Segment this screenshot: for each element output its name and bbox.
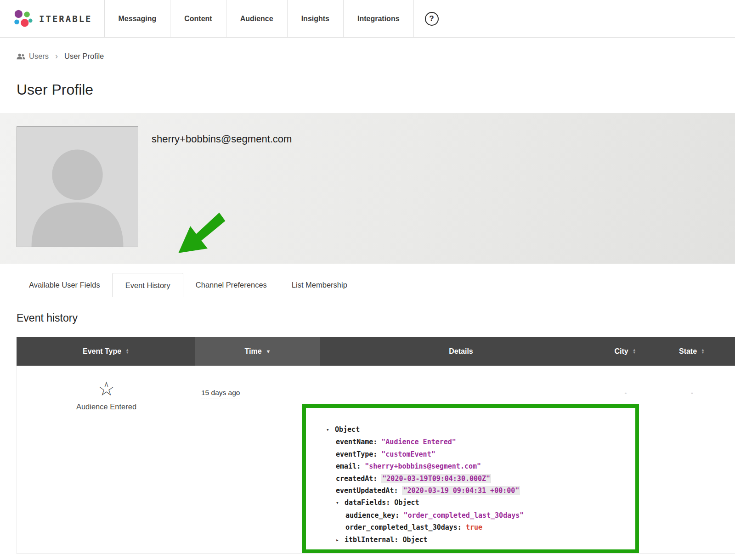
collapse-icon[interactable]: ▾: [326, 424, 335, 436]
tab-list-membership[interactable]: List Membership: [279, 273, 360, 297]
column-header-city-label: City: [614, 347, 628, 356]
sort-icon: ▲▼: [125, 349, 129, 355]
event-type-label: Audience Entered: [17, 402, 196, 411]
json-line: ▾Object: [326, 424, 629, 436]
help-icon: ?: [425, 12, 439, 26]
sort-desc-icon: ▼: [266, 349, 271, 354]
expand-icon[interactable]: ▸: [336, 534, 345, 546]
json-line: eventType:"customEvent": [336, 448, 629, 460]
json-line: eventUpdatedAt:"2020-03-19 09:04:31 +00:…: [336, 485, 629, 497]
profile-email: sherry+bobbins@segment.com: [152, 133, 292, 145]
json-line: order_completed_last_30days:true: [345, 521, 629, 533]
star-icon: ☆: [17, 379, 196, 399]
json-line: ▸itblInternal:Object: [336, 534, 629, 546]
column-header-event-type[interactable]: Event Type ▲▼: [17, 337, 195, 366]
tab-event-history[interactable]: Event History: [113, 273, 183, 297]
json-line: eventName:"Audience Entered": [336, 436, 629, 448]
nav-item-integrations[interactable]: Integrations: [343, 0, 413, 37]
sort-icon: ▲▼: [633, 349, 636, 355]
help-button[interactable]: ?: [413, 0, 450, 37]
breadcrumb-users-label: Users: [29, 52, 49, 61]
event-history-table: Event Type ▲▼ Time ▼ Details City ▲▼ Sta…: [17, 337, 735, 554]
event-type-cell: ☆ Audience Entered: [17, 366, 196, 554]
json-line: createdAt:"2020-03-19T09:04:30.000Z": [336, 473, 629, 485]
breadcrumb-users-link[interactable]: Users: [17, 52, 49, 61]
tab-channel-preferences[interactable]: Channel Preferences: [183, 273, 279, 297]
table-header-row: Event Type ▲▼ Time ▼ Details City ▲▼ Sta…: [17, 337, 735, 366]
annotation-highlight-box: ▾Object eventName:"Audience Entered" eve…: [302, 404, 639, 553]
column-header-state-label: State: [679, 347, 697, 356]
user-profile-page: ITERABLE Messaging Content Audience Insi…: [0, 0, 735, 560]
profile-tabs: Available User Fields Event History Chan…: [0, 273, 735, 297]
column-header-details-label: Details: [449, 347, 473, 356]
state-cell: -: [649, 366, 735, 554]
collapse-icon[interactable]: ▾: [336, 497, 345, 509]
relative-time[interactable]: 15 days ago: [201, 389, 240, 398]
json-line: audience_key:"order_completed_last_30day…: [345, 509, 629, 521]
top-nav: ITERABLE Messaging Content Audience Insi…: [0, 0, 735, 38]
column-header-event-type-label: Event Type: [83, 347, 121, 356]
event-row: ☆ Audience Entered 15 days ago - - ▾Obje…: [17, 366, 735, 554]
event-history-heading: Event history: [17, 312, 735, 324]
tab-available-user-fields[interactable]: Available User Fields: [17, 273, 113, 297]
users-icon: [17, 53, 25, 60]
column-header-city[interactable]: City ▲▼: [602, 337, 649, 366]
profile-banner: sherry+bobbins@segment.com: [0, 113, 735, 264]
avatar-placeholder-icon: [17, 127, 138, 247]
json-line: ▾dataFields:Object: [336, 497, 629, 509]
nav-item-insights[interactable]: Insights: [287, 0, 343, 37]
nav-item-messaging[interactable]: Messaging: [104, 0, 170, 37]
nav-item-content[interactable]: Content: [170, 0, 226, 37]
breadcrumb: Users › User Profile: [0, 38, 735, 61]
iterable-logo[interactable]: ITERABLE: [0, 0, 104, 37]
column-header-details: Details: [320, 337, 602, 366]
breadcrumb-current: User Profile: [64, 52, 104, 61]
json-line: email:"sherry+bobbins@segment.com": [336, 460, 629, 472]
brand-name: ITERABLE: [39, 14, 92, 24]
column-header-time[interactable]: Time ▼: [195, 337, 320, 366]
page-title: User Profile: [17, 81, 735, 98]
column-header-state[interactable]: State ▲▼: [649, 337, 735, 366]
iterable-logo-icon: [12, 8, 33, 29]
breadcrumb-separator: ›: [55, 51, 58, 61]
column-header-time-label: Time: [245, 347, 262, 356]
avatar: [17, 126, 138, 247]
sort-icon: ▲▼: [701, 349, 705, 355]
nav-item-audience[interactable]: Audience: [226, 0, 287, 37]
